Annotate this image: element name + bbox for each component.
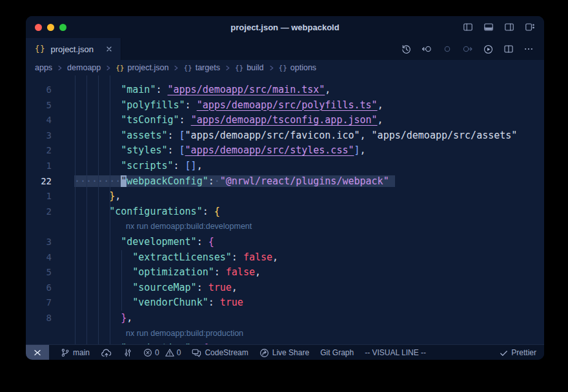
tab-label: project.json xyxy=(50,44,93,54)
indent-guide xyxy=(110,75,110,344)
codelens-link[interactable]: nx run demoapp:build:production xyxy=(74,326,243,342)
line-number[interactable]: 3 xyxy=(26,128,52,144)
customize-layout-button[interactable] xyxy=(525,22,535,32)
breadcrumb-separator-icon xyxy=(56,64,63,72)
braces-icon: {} xyxy=(116,64,124,72)
line-number[interactable]: 7 xyxy=(26,295,52,311)
line-number[interactable]: 5 xyxy=(26,98,52,113)
statusbar-live-share[interactable]: Live Share xyxy=(259,348,309,358)
breadcrumb-label: build xyxy=(247,63,263,72)
line-number[interactable]: 4 xyxy=(26,250,52,266)
statusbar-problems[interactable]: 00 xyxy=(143,348,181,357)
breadcrumb-item-build[interactable]: {}build xyxy=(235,63,264,72)
line-number[interactable]: 1 xyxy=(26,159,52,174)
codelens-link[interactable]: nx run demoapp:build:development xyxy=(74,219,252,235)
statusbar-label: Live Share xyxy=(272,348,309,357)
line-number[interactable]: 22 xyxy=(26,174,52,190)
breadcrumb-label: options xyxy=(290,63,316,72)
code-line[interactable]: 2 "configurations": { xyxy=(26,204,544,220)
code-line[interactable]: 4 "tsConfig": "apps/demoapp/tsconfig.app… xyxy=(26,113,544,128)
statusbar-codestream[interactable]: CodeStream xyxy=(192,348,248,358)
split-editor-icon xyxy=(503,44,514,54)
code-text: "configurations": { xyxy=(74,204,220,220)
statusbar-vim-mode[interactable]: -- VISUAL LINE -- xyxy=(365,348,426,357)
line-number[interactable]: 2 xyxy=(26,143,52,159)
error-count-value: 0 xyxy=(155,348,159,357)
vscode-window: project.json — webpackold {} project.jso… xyxy=(26,16,544,360)
more-actions-icon xyxy=(523,44,534,54)
error-icon xyxy=(143,348,152,357)
code-line[interactable]: 5 "polyfills": "apps/demoapp/src/polyfil… xyxy=(26,98,544,113)
code-text: "optimization": false, xyxy=(74,265,261,280)
navigate-forward-button[interactable] xyxy=(462,44,473,54)
remote-indicator-icon xyxy=(33,348,42,357)
navigate-previous-button[interactable] xyxy=(442,44,452,54)
code-line[interactable]: 3 "assets": ["apps/demoapp/src/favicon.i… xyxy=(26,128,544,144)
breadcrumb-item-project-json[interactable]: {}project.json xyxy=(116,63,168,72)
breadcrumb-separator-icon xyxy=(268,64,275,72)
line-number[interactable]: 9 xyxy=(26,341,52,344)
run-or-debug-button[interactable] xyxy=(483,44,494,55)
breadcrumb-separator-icon xyxy=(172,64,179,72)
indent-guide xyxy=(75,75,76,344)
statusbar-remote-indicator[interactable] xyxy=(26,345,49,360)
statusbar-publish-changes[interactable] xyxy=(101,348,112,357)
breadcrumb-label: apps xyxy=(35,63,52,72)
code-line[interactable]: 7 "vendorChunk": true xyxy=(26,295,544,311)
code-text: }, xyxy=(74,311,132,326)
toggle-secondary-sidebar-button[interactable] xyxy=(504,22,514,32)
statusbar-label: main xyxy=(73,348,90,357)
code-line[interactable]: 4 "extractLicenses": false, xyxy=(26,250,544,266)
toggle-primary-sidebar-button[interactable] xyxy=(463,22,473,32)
code-line[interactable]: 1 "scripts": [], xyxy=(26,159,544,174)
line-number[interactable]: 8 xyxy=(26,311,52,326)
code-line[interactable]: 1 }, xyxy=(26,189,544,204)
breadcrumb-item-targets[interactable]: {}targets xyxy=(183,63,219,72)
minimize-window-button[interactable] xyxy=(47,24,54,31)
screenshot-stage: project.json — webpackold {} project.jso… xyxy=(0,0,568,392)
statusbar-prettier[interactable]: Prettier xyxy=(499,348,536,357)
line-number[interactable]: 5 xyxy=(26,265,52,280)
more-actions-button[interactable] xyxy=(523,44,534,54)
navigate-back-button[interactable] xyxy=(421,44,432,54)
line-number xyxy=(26,326,52,342)
line-number[interactable]: 6 xyxy=(26,83,52,98)
line-number[interactable]: 2 xyxy=(26,204,52,220)
line-number[interactable]: 1 xyxy=(26,189,52,204)
navigate-back-icon xyxy=(421,44,432,54)
split-editor-button[interactable] xyxy=(503,44,514,54)
code-line[interactable]: 3 "development": { xyxy=(26,235,544,250)
code-line[interactable]: 22········"webpackConfig":·"@nrwl/react/… xyxy=(26,174,544,190)
line-number[interactable]: 4 xyxy=(26,113,52,128)
statusbar-source-control-graph[interactable] xyxy=(123,348,132,357)
line-number[interactable]: 3 xyxy=(26,235,52,250)
breadcrumb-item-apps[interactable]: apps xyxy=(35,63,52,72)
warning-icon xyxy=(165,348,174,357)
code-line[interactable]: 6 "main": "apps/demoapp/src/main.tsx", xyxy=(26,83,544,98)
statusbar-git-branch[interactable]: main xyxy=(61,348,90,357)
code-line[interactable]: 8 }, xyxy=(26,311,544,326)
toggle-primary-sidebar-icon xyxy=(463,22,473,32)
statusbar-git-graph[interactable]: Git Graph xyxy=(320,348,354,357)
close-window-button[interactable] xyxy=(35,24,42,31)
tab-project-json[interactable]: {} project.json xyxy=(26,38,121,60)
code-text: "extractLicenses": false, xyxy=(74,250,278,266)
close-tab-icon[interactable] xyxy=(105,45,113,53)
line-number[interactable]: 6 xyxy=(26,280,52,296)
code-line[interactable]: 6 "sourceMap": true, xyxy=(26,280,544,296)
timeline-history-button[interactable] xyxy=(401,44,412,55)
codelens-line[interactable]: nx run demoapp:build:development xyxy=(26,219,544,235)
code-line[interactable]: 5 "optimization": false, xyxy=(26,265,544,280)
code-line[interactable]: 9 "production": { xyxy=(26,341,544,344)
code-text: "production": { xyxy=(74,341,208,344)
breadcrumb-item-demoapp[interactable]: demoapp xyxy=(67,63,101,72)
code-line[interactable]: 2 "styles": ["apps/demoapp/src/styles.cs… xyxy=(26,143,544,159)
breadcrumb-separator-icon xyxy=(105,64,112,72)
code-editor[interactable]: 6 "main": "apps/demoapp/src/main.tsx",5 … xyxy=(26,75,544,344)
maximize-window-button[interactable] xyxy=(59,24,66,31)
breadcrumb-item-options[interactable]: {}options xyxy=(279,63,317,72)
traffic-lights xyxy=(35,24,66,31)
code-text: "polyfills": "apps/demoapp/src/polyfills… xyxy=(74,98,383,113)
codelens-line[interactable]: nx run demoapp:build:production xyxy=(26,326,544,342)
toggle-panel-button[interactable] xyxy=(483,22,494,32)
